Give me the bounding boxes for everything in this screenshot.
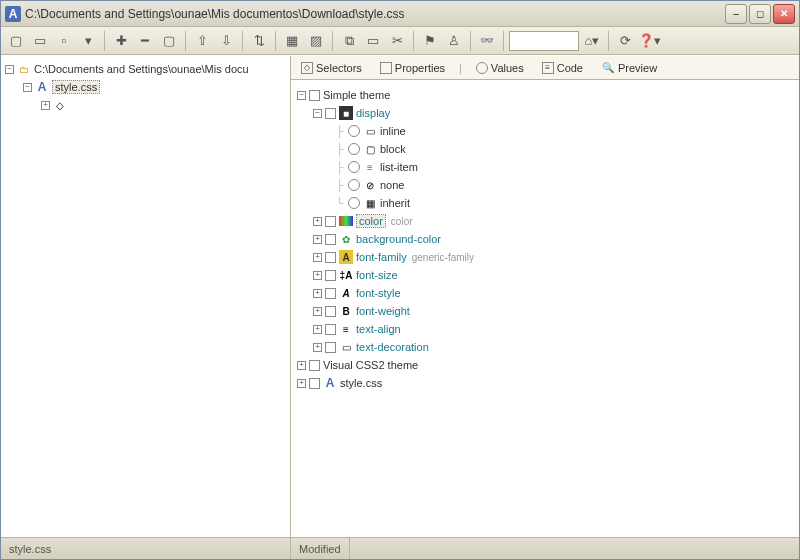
separator xyxy=(242,31,243,51)
collapse-icon[interactable]: − xyxy=(313,109,322,118)
title-bar: A C:\Documents and Settings\ounae\Mis do… xyxy=(1,1,799,27)
tool-b-button[interactable]: ▨ xyxy=(305,30,327,52)
expand-icon[interactable]: + xyxy=(313,253,322,262)
edit-button[interactable]: ▢ xyxy=(158,30,180,52)
tab-properties[interactable]: Properties xyxy=(376,60,449,76)
expand-icon[interactable]: + xyxy=(313,271,322,280)
collapse-icon[interactable]: − xyxy=(23,83,32,92)
checkbox[interactable] xyxy=(325,234,336,245)
tool-a-button[interactable]: ▦ xyxy=(281,30,303,52)
minimize-button[interactable]: ‒ xyxy=(725,4,747,24)
help-button[interactable]: ❓▾ xyxy=(638,30,660,52)
property-node-color[interactable]: + color color xyxy=(297,212,793,230)
checkbox[interactable] xyxy=(309,378,320,389)
value-node-list-item[interactable]: ├ ≡ list-item xyxy=(297,158,793,176)
property-node-display[interactable]: − ■ display xyxy=(297,104,793,122)
home-button[interactable]: ⌂▾ xyxy=(581,30,603,52)
radio[interactable] xyxy=(348,143,360,155)
property-node-background-color[interactable]: + ✿ background-color xyxy=(297,230,793,248)
checkbox[interactable] xyxy=(325,108,336,119)
radio[interactable] xyxy=(348,125,360,137)
up-button[interactable]: ⇧ xyxy=(191,30,213,52)
separator xyxy=(185,31,186,51)
file-node[interactable]: − A style.css xyxy=(5,78,286,96)
node-label: font-style xyxy=(356,287,401,299)
theme-node[interactable]: − Simple theme xyxy=(297,86,793,104)
block-icon: ▢ xyxy=(363,142,377,156)
property-node-font-size[interactable]: + ‡A font-size xyxy=(297,266,793,284)
expand-icon[interactable]: + xyxy=(313,325,322,334)
expand-icon[interactable]: + xyxy=(313,307,322,316)
property-node-text-align[interactable]: + ≡ text-align xyxy=(297,320,793,338)
tab-separator: | xyxy=(459,62,462,74)
folder-node[interactable]: − 🗀 C:\Documents and Settings\ounae\Mis … xyxy=(5,60,286,78)
value-node-block[interactable]: ├ ▢ block xyxy=(297,140,793,158)
paste-button[interactable]: ▭ xyxy=(362,30,384,52)
theme-node-visual[interactable]: + Visual CSS2 theme xyxy=(297,356,793,374)
property-node-text-decoration[interactable]: + ▭ text-decoration xyxy=(297,338,793,356)
checkbox[interactable] xyxy=(325,252,336,263)
user-button[interactable]: ♙ xyxy=(443,30,465,52)
expand-icon[interactable]: + xyxy=(313,343,322,352)
cut-button[interactable]: ✂ xyxy=(386,30,408,52)
value-node-inherit[interactable]: └ ▦ inherit xyxy=(297,194,793,212)
value-node-none[interactable]: ├ ⊘ none xyxy=(297,176,793,194)
dropdown-1[interactable]: ▾ xyxy=(77,30,99,52)
flag-button[interactable]: ⚑ xyxy=(419,30,441,52)
save-button[interactable]: ▫ xyxy=(53,30,75,52)
maximize-button[interactable]: ◻ xyxy=(749,4,771,24)
expand-icon[interactable]: + xyxy=(41,101,50,110)
expand-icon[interactable]: + xyxy=(313,235,322,244)
zoom-select[interactable] xyxy=(509,31,579,51)
checkbox[interactable] xyxy=(325,270,336,281)
status-bar: style.css Modified xyxy=(1,537,799,559)
checkbox[interactable] xyxy=(325,288,336,299)
node-label: list-item xyxy=(380,161,418,173)
remove-button[interactable]: ━ xyxy=(134,30,156,52)
file-child-node[interactable]: + ◇ xyxy=(5,96,286,114)
collapse-icon[interactable]: − xyxy=(297,91,306,100)
file-node-style[interactable]: + A style.css xyxy=(297,374,793,392)
tab-code[interactable]: ≡ Code xyxy=(538,60,587,76)
expand-icon[interactable]: + xyxy=(313,217,322,226)
color-icon xyxy=(339,216,353,226)
node-label: Visual CSS2 theme xyxy=(323,359,418,371)
tab-values[interactable]: Values xyxy=(472,60,528,76)
toolbar: ▢ ▭ ▫ ▾ ✚ ━ ▢ ⇧ ⇩ ⇅ ▦ ▨ ⧉ ▭ ✂ ⚑ ♙ 👓 ⌂▾ ⟳… xyxy=(1,27,799,55)
expand-icon[interactable]: + xyxy=(297,379,306,388)
sort-button[interactable]: ⇅ xyxy=(248,30,270,52)
checkbox[interactable] xyxy=(325,342,336,353)
close-button[interactable]: ✕ xyxy=(773,4,795,24)
property-node-font-family[interactable]: + A font-family generic-family xyxy=(297,248,793,266)
collapse-icon[interactable]: − xyxy=(5,65,14,74)
tab-label: Code xyxy=(557,62,583,74)
checkbox[interactable] xyxy=(325,306,336,317)
checkbox[interactable] xyxy=(309,90,320,101)
open-button[interactable]: ▭ xyxy=(29,30,51,52)
separator xyxy=(608,31,609,51)
bgcolor-icon: ✿ xyxy=(339,232,353,246)
tab-label: Selectors xyxy=(316,62,362,74)
property-node-font-weight[interactable]: + B font-weight xyxy=(297,302,793,320)
tab-preview[interactable]: 🔍 Preview xyxy=(597,59,661,77)
radio[interactable] xyxy=(348,179,360,191)
expand-icon[interactable]: + xyxy=(297,361,306,370)
checkbox[interactable] xyxy=(309,360,320,371)
find-button[interactable]: 👓 xyxy=(476,30,498,52)
checkbox[interactable] xyxy=(325,324,336,335)
css-file-icon: A xyxy=(323,376,337,390)
radio[interactable] xyxy=(348,197,360,209)
down-button[interactable]: ⇩ xyxy=(215,30,237,52)
expand-icon[interactable]: + xyxy=(313,289,322,298)
radio[interactable] xyxy=(348,161,360,173)
tab-selectors[interactable]: ◇ Selectors xyxy=(297,60,366,76)
property-node-font-style[interactable]: + A font-style xyxy=(297,284,793,302)
copy-button[interactable]: ⧉ xyxy=(338,30,360,52)
add-button[interactable]: ✚ xyxy=(110,30,132,52)
value-node-inline[interactable]: ├ ▭ inline xyxy=(297,122,793,140)
separator xyxy=(503,31,504,51)
separator xyxy=(470,31,471,51)
checkbox[interactable] xyxy=(325,216,336,227)
new-button[interactable]: ▢ xyxy=(5,30,27,52)
refresh-button[interactable]: ⟳ xyxy=(614,30,636,52)
